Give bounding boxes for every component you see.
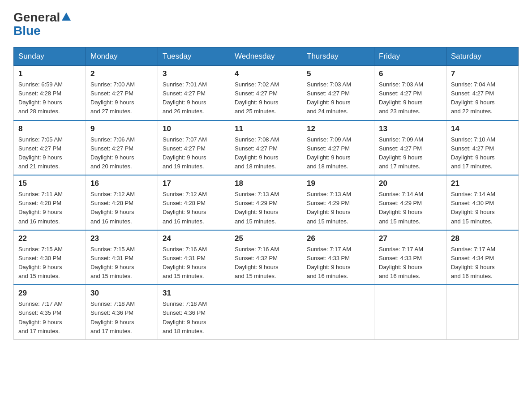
day-info: Sunrise: 7:15 AMSunset: 4:31 PMDaylight:… xyxy=(90,245,153,281)
day-number: 20 xyxy=(379,179,442,188)
calendar-cell: 14Sunrise: 7:10 AMSunset: 4:27 PMDayligh… xyxy=(446,120,519,176)
day-info: Sunrise: 7:00 AMSunset: 4:27 PMDaylight:… xyxy=(90,80,153,116)
week-row-2: 8Sunrise: 7:05 AMSunset: 4:27 PMDaylight… xyxy=(14,120,519,176)
day-info: Sunrise: 7:15 AMSunset: 4:30 PMDaylight:… xyxy=(18,245,81,281)
calendar-cell: 25Sunrise: 7:16 AMSunset: 4:32 PMDayligh… xyxy=(230,230,302,285)
calendar-cell: 18Sunrise: 7:13 AMSunset: 4:29 PMDayligh… xyxy=(230,175,302,230)
day-info: Sunrise: 7:17 AMSunset: 4:33 PMDaylight:… xyxy=(379,245,442,281)
week-row-4: 22Sunrise: 7:15 AMSunset: 4:30 PMDayligh… xyxy=(14,230,519,285)
day-number: 3 xyxy=(163,69,225,78)
day-info: Sunrise: 7:09 AMSunset: 4:27 PMDaylight:… xyxy=(307,135,369,171)
day-info: Sunrise: 7:12 AMSunset: 4:28 PMDaylight:… xyxy=(163,190,225,226)
calendar-cell: 2Sunrise: 7:00 AMSunset: 4:27 PMDaylight… xyxy=(86,66,158,120)
week-row-5: 29Sunrise: 7:17 AMSunset: 4:35 PMDayligh… xyxy=(14,285,519,339)
weekday-header-tuesday: Tuesday xyxy=(158,47,230,66)
day-number: 29 xyxy=(18,289,81,298)
calendar-cell: 31Sunrise: 7:18 AMSunset: 4:36 PMDayligh… xyxy=(158,285,230,339)
day-info: Sunrise: 7:13 AMSunset: 4:29 PMDaylight:… xyxy=(235,190,297,226)
weekday-header-friday: Friday xyxy=(374,47,446,66)
calendar-cell: 12Sunrise: 7:09 AMSunset: 4:27 PMDayligh… xyxy=(302,120,374,176)
day-number: 27 xyxy=(379,234,442,243)
calendar-cell: 24Sunrise: 7:16 AMSunset: 4:31 PMDayligh… xyxy=(158,230,230,285)
week-row-1: 1Sunrise: 6:59 AMSunset: 4:28 PMDaylight… xyxy=(14,66,519,120)
day-info: Sunrise: 7:10 AMSunset: 4:27 PMDaylight:… xyxy=(451,135,514,171)
day-number: 15 xyxy=(18,179,81,188)
calendar-cell xyxy=(374,285,446,339)
day-info: Sunrise: 7:01 AMSunset: 4:27 PMDaylight:… xyxy=(163,80,225,116)
calendar-cell: 11Sunrise: 7:08 AMSunset: 4:27 PMDayligh… xyxy=(230,120,302,176)
calendar-cell: 30Sunrise: 7:18 AMSunset: 4:36 PMDayligh… xyxy=(86,285,158,339)
day-number: 19 xyxy=(307,179,369,188)
day-number: 4 xyxy=(235,69,297,78)
day-number: 30 xyxy=(90,289,153,298)
day-info: Sunrise: 7:16 AMSunset: 4:32 PMDaylight:… xyxy=(235,245,297,281)
day-number: 23 xyxy=(90,234,153,243)
day-number: 10 xyxy=(163,124,225,133)
calendar-cell: 9Sunrise: 7:06 AMSunset: 4:27 PMDaylight… xyxy=(86,120,158,176)
calendar-cell: 3Sunrise: 7:01 AMSunset: 4:27 PMDaylight… xyxy=(158,66,230,120)
day-number: 9 xyxy=(90,124,153,133)
logo-general-text: General xyxy=(13,11,71,24)
calendar-cell: 21Sunrise: 7:14 AMSunset: 4:30 PMDayligh… xyxy=(446,175,519,230)
day-info: Sunrise: 7:02 AMSunset: 4:27 PMDaylight:… xyxy=(235,80,297,116)
calendar-cell: 5Sunrise: 7:03 AMSunset: 4:27 PMDaylight… xyxy=(302,66,374,120)
weekday-header-monday: Monday xyxy=(86,47,158,66)
day-number: 11 xyxy=(235,124,297,133)
weekday-header-wednesday: Wednesday xyxy=(230,47,302,66)
day-info: Sunrise: 7:14 AMSunset: 4:29 PMDaylight:… xyxy=(379,190,442,226)
day-number: 12 xyxy=(307,124,369,133)
day-number: 24 xyxy=(163,234,225,243)
day-info: Sunrise: 7:09 AMSunset: 4:27 PMDaylight:… xyxy=(379,135,442,171)
day-info: Sunrise: 7:06 AMSunset: 4:27 PMDaylight:… xyxy=(90,135,153,171)
calendar-cell xyxy=(230,285,302,339)
day-number: 6 xyxy=(379,69,442,78)
calendar-cell: 7Sunrise: 7:04 AMSunset: 4:27 PMDaylight… xyxy=(446,66,519,120)
day-number: 21 xyxy=(451,179,514,188)
day-number: 8 xyxy=(18,124,81,133)
calendar-cell: 23Sunrise: 7:15 AMSunset: 4:31 PMDayligh… xyxy=(86,230,158,285)
calendar-cell: 10Sunrise: 7:07 AMSunset: 4:27 PMDayligh… xyxy=(158,120,230,176)
day-number: 7 xyxy=(451,69,514,78)
day-number: 1 xyxy=(18,69,81,78)
day-number: 31 xyxy=(163,289,225,298)
day-info: Sunrise: 7:08 AMSunset: 4:27 PMDaylight:… xyxy=(235,135,297,171)
calendar-cell xyxy=(446,285,519,339)
day-number: 26 xyxy=(307,234,369,243)
weekday-header-sunday: Sunday xyxy=(14,47,86,66)
calendar-cell: 29Sunrise: 7:17 AMSunset: 4:35 PMDayligh… xyxy=(14,285,86,339)
weekday-header-saturday: Saturday xyxy=(446,47,519,66)
calendar-cell: 6Sunrise: 7:03 AMSunset: 4:27 PMDaylight… xyxy=(374,66,446,120)
calendar-table: SundayMondayTuesdayWednesdayThursdayFrid… xyxy=(13,47,519,340)
day-number: 22 xyxy=(18,234,81,243)
logo-general-label: General xyxy=(13,11,60,24)
day-info: Sunrise: 7:12 AMSunset: 4:28 PMDaylight:… xyxy=(90,190,153,226)
day-info: Sunrise: 7:16 AMSunset: 4:31 PMDaylight:… xyxy=(163,245,225,281)
weekday-header-row: SundayMondayTuesdayWednesdayThursdayFrid… xyxy=(14,47,519,66)
day-info: Sunrise: 7:17 AMSunset: 4:35 PMDaylight:… xyxy=(18,300,81,336)
page-header: General Blue xyxy=(13,9,519,38)
calendar-cell: 4Sunrise: 7:02 AMSunset: 4:27 PMDaylight… xyxy=(230,66,302,120)
logo-blue-label: Blue xyxy=(13,24,41,38)
calendar-cell: 16Sunrise: 7:12 AMSunset: 4:28 PMDayligh… xyxy=(86,175,158,230)
day-number: 13 xyxy=(379,124,442,133)
day-number: 16 xyxy=(90,179,153,188)
calendar-cell: 22Sunrise: 7:15 AMSunset: 4:30 PMDayligh… xyxy=(14,230,86,285)
day-info: Sunrise: 7:18 AMSunset: 4:36 PMDaylight:… xyxy=(90,300,153,336)
calendar-cell: 28Sunrise: 7:17 AMSunset: 4:34 PMDayligh… xyxy=(446,230,519,285)
day-info: Sunrise: 7:05 AMSunset: 4:27 PMDaylight:… xyxy=(18,135,81,171)
calendar-cell: 20Sunrise: 7:14 AMSunset: 4:29 PMDayligh… xyxy=(374,175,446,230)
week-row-3: 15Sunrise: 7:11 AMSunset: 4:28 PMDayligh… xyxy=(14,175,519,230)
day-number: 28 xyxy=(451,234,514,243)
day-number: 17 xyxy=(163,179,225,188)
day-info: Sunrise: 7:07 AMSunset: 4:27 PMDaylight:… xyxy=(163,135,225,171)
logo-triangle-icon xyxy=(62,13,71,21)
logo: General Blue xyxy=(13,9,71,38)
calendar-cell: 1Sunrise: 6:59 AMSunset: 4:28 PMDaylight… xyxy=(14,66,86,120)
calendar-cell: 8Sunrise: 7:05 AMSunset: 4:27 PMDaylight… xyxy=(14,120,86,176)
day-number: 18 xyxy=(235,179,297,188)
day-number: 25 xyxy=(235,234,297,243)
day-number: 14 xyxy=(451,124,514,133)
day-info: Sunrise: 7:13 AMSunset: 4:29 PMDaylight:… xyxy=(307,190,369,226)
day-number: 5 xyxy=(307,69,369,78)
weekday-header-thursday: Thursday xyxy=(302,47,374,66)
